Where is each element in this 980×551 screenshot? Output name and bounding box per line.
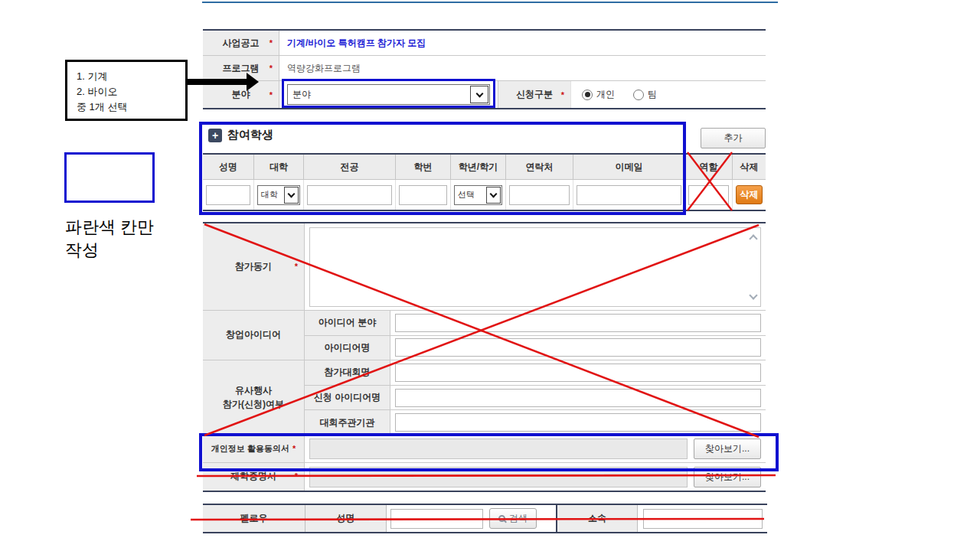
page-top-divider [202, 2, 778, 3]
field-select[interactable]: 분야 [287, 84, 490, 105]
applied-idea-subrow: 신청 아이디어명 [305, 386, 766, 411]
field-row: 분야 * 분야 신청구분 * 개인 팀 [203, 81, 766, 108]
role-input[interactable] [688, 185, 729, 205]
name-cell [203, 180, 254, 210]
idea-field-content [390, 311, 766, 335]
plus-icon: + [208, 129, 222, 142]
email-input[interactable] [577, 185, 681, 205]
idea-field-input[interactable] [395, 314, 761, 332]
name-input[interactable] [206, 185, 250, 205]
fellow-name-input[interactable] [390, 509, 483, 529]
contest-name-label: 참가대회명 [305, 360, 390, 385]
organizer-input[interactable] [395, 413, 761, 432]
col-email: 이메일 [573, 155, 685, 179]
similar-event-label-line2: 참가(신청)여부 [223, 398, 284, 411]
radio-team[interactable]: 팀 [633, 88, 657, 101]
grade-select[interactable]: 선택 [454, 185, 502, 205]
arrow-right-icon [247, 73, 259, 91]
blue-only-note: 파란색 칸만 작성 [65, 216, 154, 261]
email-cell [573, 180, 685, 210]
organizer-content [390, 410, 766, 435]
major-input[interactable] [307, 185, 392, 205]
chevron-down-icon [284, 187, 299, 204]
motivation-label-cell: 참가동기 * [203, 223, 305, 310]
announcement-label-cell: 사업공고 * [203, 31, 279, 55]
detail-table: 참가동기 * 창업아이디어 아이디어 분야 아이디어명 유사행사 [203, 222, 766, 492]
announcement-value: 기계/바이오 특허캠프 참가자 모집 [279, 31, 766, 55]
fellow-search-button[interactable]: 검색 [489, 508, 537, 529]
col-delete: 삭제 [733, 155, 766, 179]
similar-event-row: 유사행사 참가(신청)여부 참가대회명 신청 아이디어명 대회주관기관 [203, 360, 766, 435]
idea-name-content [390, 336, 766, 360]
required-asterisk: * [270, 38, 273, 47]
motivation-textarea[interactable] [309, 227, 761, 307]
search-button-label: 검색 [509, 512, 528, 525]
privacy-content: 찾아보기... [305, 435, 766, 462]
chevron-down-icon [486, 187, 501, 204]
fellow-table: 펠로우 성명 검색 소속 [203, 504, 767, 533]
enrollment-browse-button[interactable]: 찾아보기... [694, 467, 761, 487]
add-student-button[interactable]: 추가 [701, 128, 766, 148]
privacy-browse-button[interactable]: 찾아보기... [694, 439, 761, 459]
students-section-title: 참여학생 [227, 128, 273, 142]
required-asterisk: * [295, 261, 298, 273]
blue-note-line-1: 파란색 칸만 [65, 216, 154, 239]
organizer-subrow: 대회주관기관 [305, 410, 766, 435]
students-section-header: + 참여학생 [208, 128, 273, 142]
enrollment-label-cell: 재학증명서 * [203, 463, 305, 491]
application-info-table: 사업공고 * 기계/바이오 특허캠프 참가자 모집 프로그램 * 역량강화프로그… [203, 29, 766, 109]
radio-individual[interactable]: 개인 [582, 88, 615, 101]
note-line-2: 2. 바이오 [77, 84, 176, 99]
organizer-label: 대회주관기관 [305, 410, 390, 435]
motivation-label: 참가동기 [235, 260, 272, 273]
contest-name-input[interactable] [395, 364, 761, 382]
startup-idea-subrows: 아이디어 분야 아이디어명 [305, 311, 766, 360]
delete-student-button[interactable]: 삭제 [736, 185, 763, 204]
scroll-up-icon[interactable] [749, 234, 757, 243]
student-input-row: 대학 선택 삭제 [203, 180, 766, 210]
radio-selected-icon [582, 90, 593, 100]
students-table: 성명 대학 전공 학번 학년/학기 연락처 이메일 역할 삭제 대학 선택 삭 [203, 153, 766, 211]
university-select[interactable]: 대학 [257, 185, 300, 205]
student-id-input[interactable] [399, 185, 447, 205]
contact-cell [506, 180, 573, 210]
scroll-down-icon[interactable] [749, 291, 757, 299]
idea-name-label: 아이디어명 [305, 336, 390, 360]
motivation-content [305, 223, 766, 310]
fellow-affiliation-input[interactable] [643, 509, 763, 529]
col-university: 대학 [254, 155, 304, 179]
applied-idea-content [390, 386, 766, 410]
similar-event-subrows: 참가대회명 신청 아이디어명 대회주관기관 [305, 360, 766, 435]
idea-name-input[interactable] [395, 338, 761, 357]
startup-idea-label: 창업아이디어 [226, 328, 281, 341]
privacy-consent-row: 개인정보 활용동의서 * 찾아보기... [203, 435, 766, 463]
applied-idea-input[interactable] [395, 389, 761, 407]
contest-name-subrow: 참가대회명 [305, 360, 766, 386]
announcement-row: 사업공고 * 기계/바이오 특허캠프 참가자 모집 [203, 31, 766, 56]
enrollment-content: 찾아보기... [305, 463, 766, 491]
contact-input[interactable] [509, 185, 570, 205]
apply-type-label-cell: 신청구분 * [498, 81, 570, 108]
program-value: 역량강화프로그램 [279, 56, 766, 80]
privacy-label: 개인정보 활용동의서 [211, 443, 289, 455]
note-line-3: 중 1개 선택 [77, 99, 176, 115]
grade-select-value: 선택 [455, 186, 485, 204]
startup-idea-label-cell: 창업아이디어 [203, 311, 305, 360]
fellow-name-label: 성명 [305, 505, 387, 532]
fellow-affiliation-label: 소속 [557, 505, 638, 532]
search-icon [498, 515, 505, 522]
privacy-label-cell: 개인정보 활용동의서 * [203, 435, 305, 462]
enrollment-file-path-field [309, 467, 688, 487]
apply-type-label: 신청구분 [516, 88, 553, 101]
major-cell [304, 180, 396, 210]
delete-cell: 삭제 [733, 180, 766, 210]
radio-team-label: 팀 [648, 88, 657, 101]
students-table-header: 성명 대학 전공 학번 학년/학기 연락처 이메일 역할 삭제 [203, 155, 766, 180]
contest-name-content [390, 360, 766, 385]
note-line-1: 1. 기계 [77, 69, 176, 84]
fellow-name-cell: 검색 [387, 505, 557, 532]
required-asterisk: * [270, 90, 273, 99]
fellow-label: 펠로우 [203, 505, 305, 532]
student-id-cell [396, 180, 451, 210]
privacy-file-path-field [309, 439, 688, 459]
